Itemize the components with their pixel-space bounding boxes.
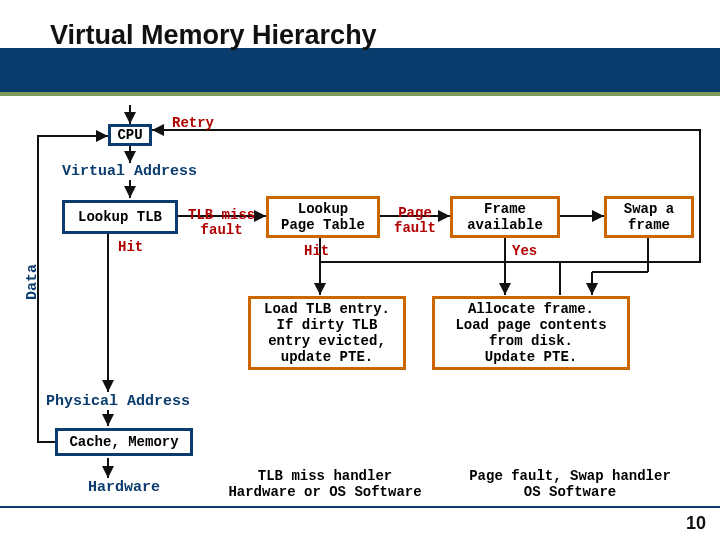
node-cache-memory-label: Cache, Memory — [69, 434, 178, 450]
node-load-tlb-entry-label: Load TLB entry. If dirty TLB entry evict… — [264, 301, 390, 365]
footer-page-fault-handler: Page fault, Swap handler OS Software — [450, 468, 690, 500]
page-title: Virtual Memory Hierarchy — [50, 20, 377, 51]
slide-number: 10 — [686, 513, 706, 534]
edge-page-fault-label: Page fault — [394, 206, 436, 237]
state-hardware: Hardware — [88, 480, 160, 497]
edge-data-label: Data — [24, 264, 41, 300]
node-cpu: CPU — [108, 124, 152, 146]
node-lookup-tlb: Lookup TLB — [62, 200, 178, 234]
node-frame-available-label: Frame available — [467, 201, 543, 233]
footer-tlb-miss-handler: TLB miss handler Hardware or OS Software — [220, 468, 430, 500]
node-swap-frame-label: Swap a frame — [624, 201, 674, 233]
node-lookup-pt: Lookup Page Table — [266, 196, 380, 238]
node-allocate-frame-label: Allocate frame. Load page contents from … — [455, 301, 606, 365]
title-bar: Virtual Memory Hierarchy — [0, 0, 720, 96]
edge-frame-yes-label: Yes — [512, 244, 537, 259]
edge-tlb-hit-label: Hit — [118, 240, 143, 255]
node-lookup-pt-label: Lookup Page Table — [281, 201, 365, 233]
edge-tlb-miss-label: TLB miss fault — [188, 208, 255, 239]
footer-rule — [0, 506, 720, 508]
node-frame-available: Frame available — [450, 196, 560, 238]
node-lookup-tlb-label: Lookup TLB — [78, 209, 162, 225]
state-virtual-address: Virtual Address — [62, 164, 197, 181]
title-blue-band — [0, 48, 720, 92]
edge-retry-label: Retry — [172, 116, 214, 131]
state-physical-address: Physical Address — [46, 394, 190, 411]
node-swap-frame: Swap a frame — [604, 196, 694, 238]
node-load-tlb-entry: Load TLB entry. If dirty TLB entry evict… — [248, 296, 406, 370]
edge-pt-hit-label: Hit — [304, 244, 329, 259]
title-green-strip — [0, 92, 720, 96]
node-allocate-frame: Allocate frame. Load page contents from … — [432, 296, 630, 370]
node-cache-memory: Cache, Memory — [55, 428, 193, 456]
node-cpu-label: CPU — [117, 127, 142, 143]
